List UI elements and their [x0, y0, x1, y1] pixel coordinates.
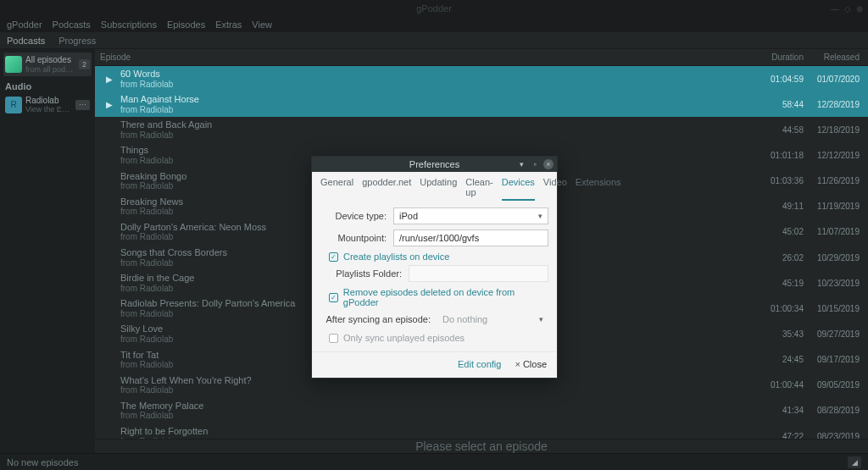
- dialog-body: Device type: iPod Mountpoint: /run/user/…: [312, 201, 557, 351]
- mountpoint-value: /run/user/1000/gvfs: [399, 233, 479, 243]
- after-sync-select[interactable]: Do nothing: [437, 311, 548, 328]
- device-type-label: Device type:: [320, 211, 387, 221]
- dialog-tabs: Generalgpodder.netUpdatingClean-upDevice…: [312, 172, 557, 201]
- after-sync-value: Do nothing: [442, 314, 487, 324]
- pref-tab-video[interactable]: Video: [543, 177, 567, 201]
- device-type-select[interactable]: iPod: [393, 207, 548, 224]
- after-sync-label: After syncing an episode:: [320, 314, 431, 324]
- only-unplayed-row[interactable]: Only sync unplayed episodes: [329, 333, 548, 343]
- dialog-title: Preferences: [409, 159, 459, 169]
- pref-tab-clean-up[interactable]: Clean-up: [465, 177, 492, 201]
- playlists-folder-input[interactable]: [409, 265, 548, 282]
- playlists-folder-label: Playlists Folder:: [320, 268, 402, 279]
- create-playlists-label: Create playlists on device: [343, 252, 449, 262]
- dialog-close-icon[interactable]: ×: [543, 159, 554, 169]
- dialog-rollup-icon[interactable]: ▾: [516, 159, 526, 169]
- mountpoint-label: Mountpoint:: [320, 233, 387, 243]
- pref-tab-gpodder-net[interactable]: gpodder.net: [362, 177, 411, 201]
- only-unplayed-checkbox[interactable]: [329, 334, 338, 343]
- create-playlists-checkbox[interactable]: ✓: [329, 252, 338, 262]
- dialog-titlebar: Preferences ▾ ▫ ×: [312, 157, 557, 172]
- pref-tab-updating[interactable]: Updating: [420, 177, 457, 201]
- pref-tab-general[interactable]: General: [320, 177, 353, 201]
- device-type-value: iPod: [399, 211, 418, 221]
- dialog-max-icon[interactable]: ▫: [530, 159, 540, 169]
- create-playlists-row[interactable]: ✓ Create playlists on device: [329, 252, 548, 262]
- dialog-footer: Edit config Close: [312, 351, 557, 378]
- only-unplayed-label: Only sync unplayed episodes: [343, 333, 465, 343]
- close-button[interactable]: Close: [515, 359, 547, 369]
- remove-deleted-checkbox[interactable]: ✓: [329, 293, 338, 302]
- pref-tab-extensions[interactable]: Extensions: [576, 177, 621, 201]
- preferences-dialog: Preferences ▾ ▫ × Generalgpodder.netUpda…: [311, 156, 558, 379]
- remove-deleted-row[interactable]: ✓ Remove episodes deleted on device from…: [329, 287, 548, 307]
- edit-config-button[interactable]: Edit config: [458, 359, 501, 369]
- remove-deleted-label: Remove episodes deleted on device from g…: [343, 287, 548, 307]
- mountpoint-input[interactable]: /run/user/1000/gvfs: [393, 229, 548, 246]
- pref-tab-devices[interactable]: Devices: [502, 177, 535, 201]
